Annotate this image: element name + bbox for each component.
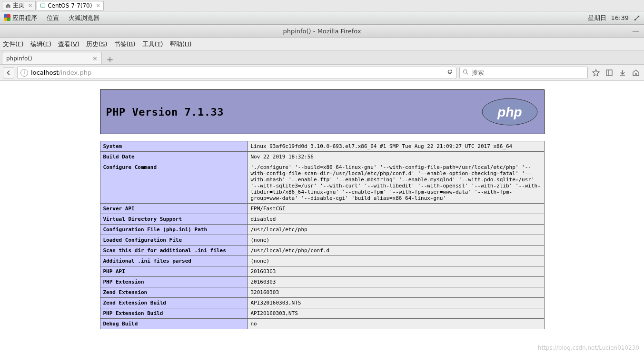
gnome-applications[interactable]: 应用程序 xyxy=(4,14,37,22)
phpinfo-key: Configure Command xyxy=(100,162,248,204)
network-icon[interactable] xyxy=(634,15,640,21)
star-icon xyxy=(592,69,600,77)
phpinfo-key: Additional .ini files parsed xyxy=(100,256,248,266)
phpinfo-table: SystemLinux 93af6c19fd0d 3.10.0-693.el7.… xyxy=(100,141,545,329)
reload-button[interactable] xyxy=(446,69,453,77)
url-host: localhost xyxy=(31,69,59,76)
phpinfo-key: Zend Extension xyxy=(100,287,248,298)
table-row: Configuration File (php.ini) Path/usr/lo… xyxy=(100,225,544,235)
svg-line-4 xyxy=(635,16,639,20)
vm-icon xyxy=(40,3,46,9)
php-version-title: PHP Version 7.1.33 xyxy=(106,106,224,118)
clock-time: 16:39 xyxy=(611,14,629,21)
site-info-icon[interactable]: i xyxy=(20,69,28,77)
table-row: PHP Extension20160303 xyxy=(100,277,544,287)
url-bar[interactable]: i localhost/index.php xyxy=(17,67,456,79)
phpinfo-key: PHP Extension Build xyxy=(100,308,248,319)
new-tab-button[interactable]: + xyxy=(104,54,116,64)
browser-tab-phpinfo[interactable]: phpinfo() × xyxy=(2,52,102,64)
phpinfo-key: Debug Build xyxy=(100,319,248,329)
menu-view[interactable]: 查看(V) xyxy=(58,40,79,49)
table-row: PHP API20160303 xyxy=(100,266,544,277)
phpinfo-key: Server API xyxy=(100,204,248,214)
phpinfo-value: /usr/local/etc/php/conf.d xyxy=(248,246,544,256)
menu-tools[interactable]: 工具(T) xyxy=(142,40,163,49)
menu-help[interactable]: 帮助(H) xyxy=(170,40,192,49)
svg-text:php: php xyxy=(497,105,522,119)
table-row: Loaded Configuration File(none) xyxy=(100,235,544,246)
search-box[interactable] xyxy=(459,67,588,79)
downloads-button[interactable] xyxy=(617,68,628,78)
vm-tab-centos-label: CentOS 7-7(70) xyxy=(48,2,92,9)
phpinfo-value: API320160303,NTS xyxy=(248,298,544,308)
reload-icon xyxy=(446,69,453,75)
svg-rect-7 xyxy=(606,70,612,76)
menu-file[interactable]: 文件(F) xyxy=(3,40,24,49)
minimize-button[interactable]: — xyxy=(632,27,639,35)
page-content: PHP Version 7.1.33 php SystemLinux 93af6… xyxy=(0,81,644,329)
svg-point-5 xyxy=(464,69,467,73)
back-button[interactable] xyxy=(3,67,14,79)
gnome-places[interactable]: 位置 xyxy=(47,14,59,22)
clock-day: 星期日 xyxy=(588,14,606,22)
url-path: /index.php xyxy=(59,69,91,76)
phpinfo-value: (none) xyxy=(248,256,544,266)
vm-tab-home[interactable]: 主页 × xyxy=(2,1,36,10)
close-icon[interactable]: × xyxy=(28,2,32,9)
phpinfo-value: 20160303 xyxy=(248,266,544,277)
bookmark-star-button[interactable] xyxy=(591,68,601,78)
search-input[interactable] xyxy=(472,69,585,76)
phpinfo-key: Scan this dir for additional .ini files xyxy=(100,246,248,256)
window-titlebar: phpinfo() - Mozilla Firefox — xyxy=(0,25,644,38)
phpinfo-value: no xyxy=(248,319,544,329)
phpinfo-value: './configure' '--build=x86_64-linux-gnu'… xyxy=(248,162,544,204)
table-row: Virtual Directory Supportdisabled xyxy=(100,214,544,225)
arrow-left-icon xyxy=(5,69,12,76)
table-row: PHP Extension BuildAPI20160303,NTS xyxy=(100,308,544,319)
phpinfo-key: System xyxy=(100,141,248,152)
svg-line-6 xyxy=(466,73,468,74)
php-logo: php xyxy=(481,98,538,126)
phpinfo-key: PHP API xyxy=(100,266,248,277)
table-row: Zend Extension BuildAPI320160303,NTS xyxy=(100,298,544,308)
menu-bookmarks[interactable]: 书签(B) xyxy=(114,40,136,49)
sidebar-icon xyxy=(605,69,613,77)
phpinfo-key: PHP Extension xyxy=(100,277,248,287)
window-title-text: phpinfo() - Mozilla Firefox xyxy=(283,28,361,35)
phpinfo-key: Build Date xyxy=(100,152,248,162)
sidebar-button[interactable] xyxy=(604,68,614,78)
phpinfo-key: Virtual Directory Support xyxy=(100,214,248,225)
home-icon xyxy=(5,3,11,9)
search-icon xyxy=(463,69,469,77)
apps-icon xyxy=(4,14,10,21)
vm-host-tabs: 主页 × CentOS 7-7(70) × xyxy=(0,0,644,11)
vm-tab-centos[interactable]: CentOS 7-7(70) × xyxy=(37,1,103,10)
phpinfo-value: API20160303,NTS xyxy=(248,308,544,319)
phpinfo-header: PHP Version 7.1.33 php xyxy=(100,89,545,134)
close-icon[interactable]: × xyxy=(92,55,98,62)
vm-tab-home-label: 主页 xyxy=(13,1,24,10)
table-row: Configure Command'./configure' '--build=… xyxy=(100,162,544,204)
phpinfo-key: Configuration File (php.ini) Path xyxy=(100,225,248,235)
phpinfo-value: (none) xyxy=(248,235,544,246)
firefox-tabstrip: phpinfo() × + xyxy=(0,50,644,65)
phpinfo-value: FPM/FastCGI xyxy=(248,204,544,214)
gnome-top-bar: 应用程序 位置 火狐浏览器 星期日 16:39 xyxy=(0,11,644,25)
svg-rect-0 xyxy=(41,4,45,7)
phpinfo-key: Loaded Configuration File xyxy=(100,235,248,246)
phpinfo-value: 320160303 xyxy=(248,287,544,298)
home-icon xyxy=(632,69,640,77)
table-row: Build DateNov 22 2019 18:32:56 xyxy=(100,152,544,162)
table-row: Zend Extension320160303 xyxy=(100,287,544,298)
gnome-firefox[interactable]: 火狐浏览器 xyxy=(69,14,99,22)
home-button[interactable] xyxy=(631,68,641,78)
close-icon[interactable]: × xyxy=(96,2,100,9)
table-row: Server APIFPM/FastCGI xyxy=(100,204,544,214)
menu-history[interactable]: 历史(S) xyxy=(86,40,107,49)
menu-edit[interactable]: 编辑(E) xyxy=(30,40,51,49)
phpinfo-value: disabled xyxy=(248,214,544,225)
download-icon xyxy=(619,69,626,77)
phpinfo-value: /usr/local/etc/php xyxy=(248,225,544,235)
svg-rect-1 xyxy=(42,7,44,8)
table-row: Debug Buildno xyxy=(100,319,544,329)
